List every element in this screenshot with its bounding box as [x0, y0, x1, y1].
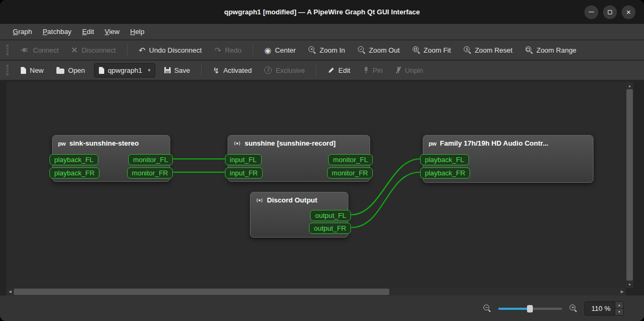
maximize-icon: [608, 10, 612, 14]
unpin-label: Unpin: [405, 66, 423, 74]
spin-down-button[interactable]: ▼: [615, 308, 623, 315]
pipewire-icon: pw: [429, 140, 436, 147]
redo-button[interactable]: ↷ Redo: [211, 43, 245, 57]
node-title: sink-sunshine-stereo: [69, 139, 139, 147]
scroll-right-arrow[interactable]: ▶: [618, 288, 626, 295]
open-label: Open: [68, 66, 85, 74]
node-family-hd-audio[interactable]: pw Family 17h/19h HD Audio Contr... play…: [423, 135, 593, 183]
horizontal-scrollbar-thumb[interactable]: [14, 289, 389, 295]
zoom-slider[interactable]: [498, 304, 562, 312]
menu-view[interactable]: View: [99, 26, 125, 38]
toolbar-separator: [253, 44, 253, 56]
unpin-button[interactable]: Unpin: [392, 63, 427, 78]
port-monitor_FL[interactable]: monitor_FL: [128, 154, 173, 165]
save-icon: [164, 67, 171, 73]
minimize-button[interactable]: [584, 5, 598, 19]
disconnect-button[interactable]: Disconnect: [68, 43, 119, 57]
scroll-up-arrow[interactable]: ▲: [626, 82, 633, 89]
zoom-in-button[interactable]: + Zoom In: [305, 43, 349, 57]
maximize-button[interactable]: [603, 5, 617, 19]
graph-canvas[interactable]: pw sink-sunshine-stereo playback_FL play…: [6, 82, 626, 288]
zoom-in-label: Zoom In: [320, 46, 345, 54]
node-title-bar: pw sink-sunshine-stereo: [53, 136, 170, 149]
redo-label: Redo: [225, 46, 241, 54]
port-input_FR[interactable]: input_FR: [225, 167, 263, 179]
undo-label: Undo Disconnect: [149, 46, 202, 54]
save-button[interactable]: Save: [161, 63, 194, 78]
patchbay-combo-value: qpwgraph1: [108, 66, 142, 74]
toolbar-handle[interactable]: [6, 45, 9, 55]
zoom-reset-button[interactable]: 1 Zoom Reset: [460, 43, 516, 57]
menubar: Graph Patchbay Edit View Help: [0, 24, 644, 40]
zoom-percent-value[interactable]: 110 %: [585, 305, 615, 312]
application-audio-icon: [256, 197, 263, 204]
minimize-icon: [589, 12, 594, 13]
port-output_FL[interactable]: output_FL: [310, 210, 351, 221]
zoom-fit-label: Zoom Fit: [424, 46, 451, 54]
menu-help[interactable]: Help: [125, 26, 150, 38]
pin-button[interactable]: Pin: [359, 63, 387, 78]
toolbar-separator: [201, 64, 202, 76]
vertical-scrollbar-thumb[interactable]: [626, 89, 633, 281]
undo-button[interactable]: ↶ Undo Disconnect: [135, 43, 206, 57]
menu-patchbay[interactable]: Patchbay: [37, 26, 77, 38]
port-monitor_FR[interactable]: monitor_FR: [327, 167, 373, 179]
new-button[interactable]: New: [17, 63, 47, 78]
port-input_FL[interactable]: input_FL: [225, 154, 262, 165]
activated-button[interactable]: ↯ Activated: [209, 63, 255, 78]
exclusive-button[interactable]: f Exclusive: [261, 63, 308, 78]
save-label: Save: [174, 66, 190, 74]
exclusive-label: Exclusive: [275, 66, 305, 74]
port-output_FR[interactable]: output_FR: [309, 223, 351, 234]
patchbay-toolbar: New Open qpwgraph1 ▾ Save ↯ Activated: [0, 61, 644, 80]
center-button[interactable]: ◉ Center: [261, 43, 299, 57]
port-playback_FL[interactable]: playback_FL: [49, 154, 98, 165]
zoom-slider-handle[interactable]: [527, 305, 533, 312]
zoom-out-button[interactable]: − Zoom Out: [354, 43, 404, 57]
toolbar-separator: [316, 64, 316, 76]
window-controls: ×: [584, 0, 635, 24]
spin-up-button[interactable]: ▲: [615, 301, 623, 308]
scroll-left-arrow[interactable]: ◀: [6, 288, 14, 295]
close-button[interactable]: ×: [622, 5, 635, 19]
node-discord-output[interactable]: Discord Output output_FL output_FR: [250, 192, 348, 238]
patchbay-file-icon: [99, 67, 104, 74]
zoom-range-label: Zoom Range: [537, 46, 576, 54]
horizontal-scrollbar[interactable]: ◀ ▶: [6, 288, 626, 295]
vertical-scrollbar[interactable]: ▲ ▼: [626, 82, 633, 288]
pipewire-icon: pw: [58, 140, 65, 147]
connect-button[interactable]: Connect: [17, 43, 62, 57]
connect-label: Connect: [33, 46, 58, 54]
open-button[interactable]: Open: [53, 63, 89, 78]
menu-graph[interactable]: Graph: [7, 26, 37, 38]
unpin-icon: [396, 66, 402, 74]
zoom-slider-fill: [498, 308, 529, 310]
node-sunshine-record[interactable]: sunshine [sunshine-record] input_FL inpu…: [228, 135, 370, 182]
pin-icon: [363, 66, 369, 74]
port-playback_FL[interactable]: playback_FL: [420, 154, 469, 165]
window-title: qpwgraph1 [modified] — A PipeWire Graph …: [224, 8, 420, 16]
app-window: qpwgraph1 [modified] — A PipeWire Graph …: [0, 0, 644, 321]
undo-icon: ↶: [139, 46, 146, 54]
zoom-range-button[interactable]: Zoom Range: [522, 43, 580, 57]
toolbar-separator: [127, 44, 128, 56]
exclusive-icon: f: [264, 66, 272, 74]
disconnect-label: Disconnect: [81, 46, 115, 54]
menu-edit[interactable]: Edit: [77, 26, 99, 38]
port-monitor_FR[interactable]: monitor_FR: [127, 167, 173, 179]
node-title-bar: sunshine [sunshine-record]: [228, 136, 370, 149]
scroll-down-arrow[interactable]: ▼: [626, 281, 633, 288]
titlebar[interactable]: qpwgraph1 [modified] — A PipeWire Graph …: [0, 0, 644, 24]
port-monitor_FL[interactable]: monitor_FL: [328, 154, 373, 165]
port-playback_FR[interactable]: playback_FR: [420, 167, 470, 179]
center-label: Center: [275, 46, 296, 54]
zoom-percent-spinbox[interactable]: 110 % ▲ ▼: [584, 301, 624, 316]
patchbay-combobox[interactable]: qpwgraph1 ▾: [94, 63, 155, 78]
port-playback_FR[interactable]: playback_FR: [49, 167, 99, 179]
close-icon: ×: [626, 8, 631, 16]
edit-button[interactable]: Edit: [324, 63, 354, 78]
toolbar-handle[interactable]: [6, 65, 9, 75]
node-sink-sunshine-stereo[interactable]: pw sink-sunshine-stereo playback_FL play…: [52, 135, 170, 182]
zoom-fit-button[interactable]: Zoom Fit: [409, 43, 455, 57]
edit-label: Edit: [338, 66, 350, 74]
